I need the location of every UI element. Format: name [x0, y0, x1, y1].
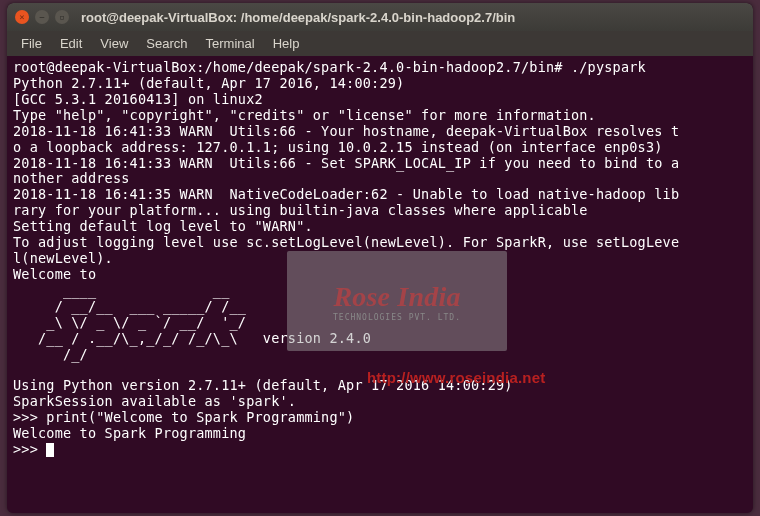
menu-search[interactable]: Search: [138, 32, 195, 55]
watermark-subtitle: TECHNOLOGIES PVT. LTD.: [333, 313, 461, 322]
menu-view[interactable]: View: [92, 32, 136, 55]
window-title: root@deepak-VirtualBox: /home/deepak/spa…: [81, 10, 515, 25]
terminal-line: /__ / .__/\_,_/_/ /_/\_\ version 2.4.0: [13, 330, 371, 346]
window-controls: × − ▫: [15, 10, 69, 24]
terminal-line: 2018-11-18 16:41:33 WARN Utils:66 - Set …: [13, 155, 679, 171]
terminal-line: ____ __: [13, 282, 230, 298]
terminal-line: Welcome to Spark Programming: [13, 425, 246, 441]
menu-edit[interactable]: Edit: [52, 32, 90, 55]
terminal-line: rary for your platform... using builtin-…: [13, 202, 588, 218]
menu-file[interactable]: File: [13, 32, 50, 55]
terminal-line: Python 2.7.11+ (default, Apr 17 2016, 14…: [13, 75, 404, 91]
terminal-line: Welcome to: [13, 266, 96, 282]
terminal-line: To adjust logging level use sc.setLogLev…: [13, 234, 679, 250]
minimize-button[interactable]: −: [35, 10, 49, 24]
terminal-content[interactable]: root@deepak-VirtualBox:/home/deepak/spar…: [7, 56, 753, 510]
terminal-line: 2018-11-18 16:41:33 WARN Utils:66 - Your…: [13, 123, 679, 139]
terminal-line: >>> print("Welcome to Spark Programming"…: [13, 409, 354, 425]
terminal-line: SparkSession available as 'spark'.: [13, 393, 296, 409]
terminal-window: × − ▫ root@deepak-VirtualBox: /home/deep…: [7, 3, 753, 513]
terminal-line: Setting default log level to "WARN".: [13, 218, 313, 234]
cursor: [46, 443, 54, 457]
terminal-line: _\ \/ _ \/ _ `/ __/ '_/: [13, 314, 246, 330]
titlebar: × − ▫ root@deepak-VirtualBox: /home/deep…: [7, 3, 753, 31]
terminal-line: /_/: [13, 346, 88, 362]
menu-terminal[interactable]: Terminal: [198, 32, 263, 55]
terminal-line: 2018-11-18 16:41:35 WARN NativeCodeLoade…: [13, 186, 679, 202]
terminal-line: o a loopback address: 127.0.1.1; using 1…: [13, 139, 663, 155]
terminal-prompt: >>>: [13, 441, 46, 457]
terminal-line: [GCC 5.3.1 20160413] on linux2: [13, 91, 263, 107]
terminal-line: nother address: [13, 170, 130, 186]
maximize-button[interactable]: ▫: [55, 10, 69, 24]
terminal-line: l(newLevel).: [13, 250, 113, 266]
terminal-line: Type "help", "copyright", "credits" or "…: [13, 107, 596, 123]
menubar: File Edit View Search Terminal Help: [7, 31, 753, 56]
terminal-line: Using Python version 2.7.11+ (default, A…: [13, 377, 513, 393]
close-button[interactable]: ×: [15, 10, 29, 24]
terminal-line: / __/__ ___ _____/ /__: [13, 298, 246, 314]
watermark-logo: Rose India: [333, 280, 460, 313]
terminal-line: root@deepak-VirtualBox:/home/deepak/spar…: [13, 59, 646, 75]
menu-help[interactable]: Help: [265, 32, 308, 55]
